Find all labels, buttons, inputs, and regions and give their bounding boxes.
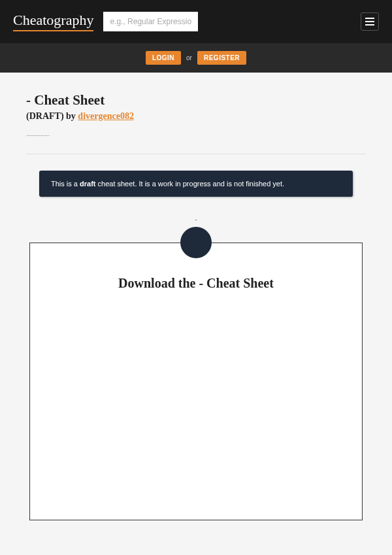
auth-bar: LOGIN or REGISTER bbox=[0, 43, 392, 73]
mini-mark: - bbox=[26, 216, 366, 223]
search-input[interactable] bbox=[103, 12, 198, 31]
author-link[interactable]: divergence082 bbox=[78, 111, 134, 121]
download-box: Download the - Cheat Sheet bbox=[29, 243, 363, 520]
page-title: - Cheat Sheet bbox=[26, 92, 366, 109]
draft-notice: This is a draft cheat sheet. It is a wor… bbox=[39, 171, 353, 197]
draft-prefix: (DRAFT) by bbox=[26, 111, 78, 121]
register-button[interactable]: REGISTER bbox=[197, 51, 246, 65]
separator-dots: ............................. bbox=[26, 131, 366, 137]
main-content: - Cheat Sheet (DRAFT) by divergence082 .… bbox=[0, 73, 392, 540]
notice-bold: draft bbox=[80, 180, 95, 188]
or-text: or bbox=[186, 54, 192, 61]
menu-icon[interactable] bbox=[361, 12, 379, 31]
download-section: Download the - Cheat Sheet bbox=[29, 243, 363, 520]
notice-prefix: This is a bbox=[51, 180, 80, 188]
page-subtitle: (DRAFT) by divergence082 bbox=[26, 111, 366, 122]
header: Cheatography bbox=[0, 0, 392, 43]
circle-icon bbox=[180, 227, 212, 258]
site-logo[interactable]: Cheatography bbox=[13, 12, 93, 31]
login-button[interactable]: LOGIN bbox=[146, 51, 181, 65]
download-title: Download the - Cheat Sheet bbox=[43, 276, 349, 291]
divider bbox=[26, 154, 366, 154]
notice-suffix: cheat sheet. It is a work in progress an… bbox=[95, 180, 284, 188]
